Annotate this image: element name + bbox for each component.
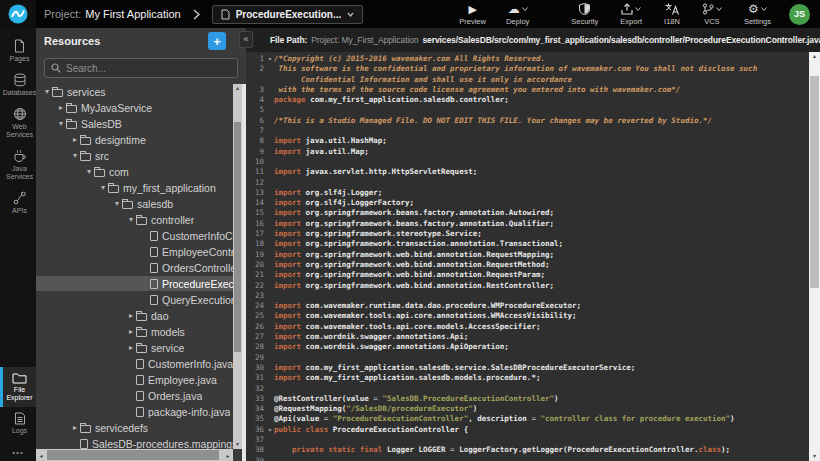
fold-marker-icon[interactable]: ▾ bbox=[266, 425, 274, 435]
more-options-icon[interactable]: ••• bbox=[0, 440, 36, 461]
tree-item[interactable]: EmployeeController.java bbox=[36, 244, 233, 260]
caret-expanded-icon[interactable]: ▾ bbox=[56, 119, 66, 128]
scroll-right-arrow-icon[interactable]: ▸ bbox=[223, 449, 233, 461]
caret-collapsed-icon[interactable]: ▸ bbox=[126, 311, 136, 320]
code-line[interactable]: 7 bbox=[246, 126, 809, 136]
tree-item[interactable]: ▸MyJavaService bbox=[36, 100, 233, 116]
tree-item[interactable]: ▸service bbox=[36, 340, 233, 356]
code-line[interactable]: 38 private static final Logger LOGGER = … bbox=[246, 445, 809, 455]
caret-collapsed-icon[interactable]: ▸ bbox=[70, 135, 80, 144]
code-line[interactable]: 29 bbox=[246, 353, 809, 363]
code-line[interactable]: 37 bbox=[246, 435, 809, 445]
code-line[interactable]: 25import com.wavemaker.tools.api.core.an… bbox=[246, 311, 809, 321]
tree-item[interactable]: ▾com bbox=[36, 164, 233, 180]
code-line[interactable]: 8import java.util.HashMap; bbox=[246, 136, 809, 146]
code-line[interactable]: 12 bbox=[246, 178, 809, 188]
code-line[interactable]: 2 This software is the confidential and … bbox=[246, 64, 809, 85]
tree-item[interactable]: ▾my_first_application bbox=[36, 180, 233, 196]
tree-item[interactable]: ▸servicedefs bbox=[36, 420, 233, 436]
editor-scrollbar-thumb[interactable] bbox=[810, 76, 819, 288]
caret-collapsed-icon[interactable]: ▸ bbox=[56, 103, 66, 112]
code-line[interactable]: 23 bbox=[246, 291, 809, 301]
tree-item[interactable]: ProcedureExecutionController.java bbox=[36, 276, 233, 292]
code-line[interactable]: 27import com.wordnik.swagger.annotations… bbox=[246, 332, 809, 342]
tree-item[interactable]: ▾controller bbox=[36, 212, 233, 228]
code-line[interactable]: 31import com.my_first_application.salesd… bbox=[246, 373, 809, 383]
code-line[interactable]: 32 bbox=[246, 384, 809, 394]
code-line[interactable]: 16import org.springframework.beans.facto… bbox=[246, 219, 809, 229]
code-line[interactable]: 39 bbox=[246, 456, 809, 461]
caret-expanded-icon[interactable]: ▾ bbox=[98, 183, 108, 192]
wavemaker-logo[interactable] bbox=[0, 0, 36, 28]
code-line[interactable]: 3 with the terms of the source code lice… bbox=[246, 85, 809, 95]
tree-item[interactable]: CustomerInfo.java bbox=[36, 356, 233, 372]
code-line[interactable]: 28import com.wordnik.swagger.annotations… bbox=[246, 342, 809, 352]
code-line[interactable]: 10 bbox=[246, 157, 809, 167]
tree-hscrollbar-thumb[interactable] bbox=[47, 450, 219, 460]
deploy-button[interactable]: ☁ Deploy bbox=[506, 3, 529, 26]
code-line[interactable]: 22import org.springframework.web.bind.an… bbox=[246, 281, 809, 291]
rail-item-databases[interactable]: Databases bbox=[0, 68, 36, 102]
tree-item[interactable]: ▾SalesDB bbox=[36, 116, 233, 132]
scroll-up-arrow-icon[interactable]: ▴ bbox=[233, 84, 242, 93]
tree-item[interactable]: ▸models bbox=[36, 324, 233, 340]
code-line[interactable]: 5 bbox=[246, 105, 809, 115]
tree-item[interactable]: package-info.java bbox=[36, 404, 233, 420]
caret-expanded-icon[interactable]: ▾ bbox=[42, 87, 52, 96]
caret-expanded-icon[interactable]: ▾ bbox=[84, 167, 94, 176]
tree-item[interactable]: ▾src bbox=[36, 148, 233, 164]
tree-item[interactable]: ▾salesdb bbox=[36, 196, 233, 212]
tree-horizontal-scrollbar[interactable]: ◂ ▸ bbox=[36, 449, 233, 461]
caret-collapsed-icon[interactable]: ▸ bbox=[126, 343, 136, 352]
tree-item[interactable]: Employee.java bbox=[36, 372, 233, 388]
tree-vertical-scrollbar[interactable]: ▴ ▾ bbox=[233, 84, 242, 449]
tree-scrollbar-thumb[interactable] bbox=[234, 122, 241, 352]
caret-collapsed-icon[interactable]: ▸ bbox=[70, 423, 80, 432]
tree-item[interactable]: Orders.java bbox=[36, 388, 233, 404]
editor-vertical-scrollbar[interactable]: ▴ ▾ bbox=[809, 52, 820, 461]
code-line[interactable]: 17import org.springframework.stereotype.… bbox=[246, 229, 809, 239]
code-line[interactable]: 21import org.springframework.web.bind.an… bbox=[246, 270, 809, 280]
tree-item[interactable]: CustomerInfoController.java bbox=[36, 228, 233, 244]
code-line[interactable]: 20import org.springframework.web.bind.an… bbox=[246, 260, 809, 270]
add-resource-button[interactable]: + bbox=[208, 32, 226, 50]
code-line[interactable]: 11import javax.servlet.http.HttpServletR… bbox=[246, 167, 809, 177]
code-line[interactable]: 1▾/*Copyright (c) 2015-2016 wavemaker.co… bbox=[246, 54, 809, 64]
open-file-selector[interactable]: ProcedureExecution... bbox=[212, 5, 364, 24]
search-input[interactable] bbox=[66, 63, 231, 74]
tree-item[interactable]: ▸designtime bbox=[36, 132, 233, 148]
code-line[interactable]: 9import java.util.Map; bbox=[246, 147, 809, 157]
code-line[interactable]: 4package com.my_first_application.salesd… bbox=[246, 95, 809, 105]
rail-item-apis[interactable]: APIs bbox=[0, 186, 36, 220]
i18n-button[interactable]: I18N bbox=[664, 3, 680, 26]
code-line[interactable]: 14import org.slf4j.LoggerFactory; bbox=[246, 198, 809, 208]
rail-item-pages[interactable]: Pages bbox=[0, 34, 36, 68]
settings-button[interactable]: ⚙ Settings bbox=[744, 3, 771, 26]
code-line[interactable]: 33@RestController(value = "SalesDB.Proce… bbox=[246, 394, 809, 404]
code-line[interactable]: 6/*This is a Studio Managed File. DO NOT… bbox=[246, 116, 809, 126]
export-button[interactable]: Export bbox=[620, 3, 642, 26]
scroll-left-arrow-icon[interactable]: ◂ bbox=[36, 449, 46, 461]
security-button[interactable]: Security bbox=[571, 3, 598, 26]
rail-item-java-services[interactable]: Java Services bbox=[0, 144, 36, 186]
tree-item[interactable]: ▾services bbox=[36, 84, 233, 100]
tree-item[interactable]: SalesDB-procedures.mappings.json bbox=[36, 436, 233, 449]
code-line[interactable]: 15import org.springframework.beans.facto… bbox=[246, 208, 809, 218]
scroll-down-arrow-icon[interactable]: ▾ bbox=[809, 452, 820, 461]
tree-item[interactable]: OrdersController.java bbox=[36, 260, 233, 276]
user-avatar[interactable]: JS bbox=[789, 4, 810, 25]
code-line[interactable]: 34@RequestMapping("/SalesDB/procedureExe… bbox=[246, 404, 809, 414]
scroll-up-arrow-icon[interactable]: ▴ bbox=[809, 52, 820, 61]
code-line[interactable]: 13import org.slf4j.Logger; bbox=[246, 188, 809, 198]
caret-collapsed-icon[interactable]: ▸ bbox=[126, 327, 136, 336]
code-line[interactable]: 30import com.my_first_application.salesd… bbox=[246, 363, 809, 373]
caret-expanded-icon[interactable]: ▾ bbox=[126, 215, 136, 224]
tree-item[interactable]: ▸dao bbox=[36, 308, 233, 324]
code-line[interactable]: 36▾public class ProcedureExecutionContro… bbox=[246, 425, 809, 435]
code-line[interactable]: 24import com.wavemaker.runtime.data.dao.… bbox=[246, 301, 809, 311]
code-area[interactable]: 1▾/*Copyright (c) 2015-2016 wavemaker.co… bbox=[246, 52, 809, 461]
scroll-down-arrow-icon[interactable]: ▾ bbox=[233, 440, 242, 449]
rail-item-web-services[interactable]: Web Services bbox=[0, 102, 36, 144]
code-line[interactable]: 26import com.wavemaker.tools.api.core.mo… bbox=[246, 322, 809, 332]
caret-expanded-icon[interactable]: ▾ bbox=[112, 199, 122, 208]
